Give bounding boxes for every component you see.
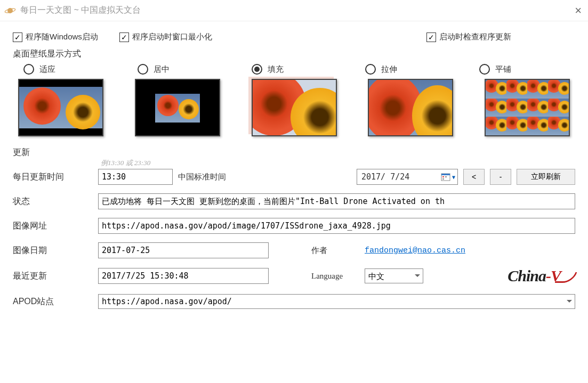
calendar-dropdown-icon: ▼ xyxy=(441,172,455,182)
window-title: 每日一天文图 ~ 中国虚拟天文台 xyxy=(20,5,141,16)
tz-label: 中国标准时间 xyxy=(178,172,226,182)
daily-label: 每日更新时间 xyxy=(13,172,93,183)
svg-rect-3 xyxy=(441,174,450,175)
time-hint: 例13:30 或 23:30 xyxy=(101,158,575,168)
radio-icon xyxy=(479,64,490,75)
thumbnail-row xyxy=(13,79,575,136)
imgdate-field[interactable] xyxy=(98,242,269,258)
lastupdate-field[interactable] xyxy=(98,268,269,284)
status-row: 状态 xyxy=(13,193,575,209)
radio-fill[interactable]: 填充 xyxy=(252,64,342,75)
startup-label: 程序随Windows启动 xyxy=(26,32,98,42)
thumb-fit[interactable] xyxy=(18,79,103,136)
daily-update-row: 每日更新时间 中国标准时间 2017/ 7/24 ▼ < - 立即刷新 xyxy=(13,169,575,185)
check-icon: ✓ xyxy=(119,32,129,42)
imgurl-field[interactable] xyxy=(98,218,575,234)
radio-stretch[interactable]: 拉伸 xyxy=(365,64,456,75)
imgurl-row: 图像网址 xyxy=(13,218,575,234)
checkupdate-label: 启动时检查程序更新 xyxy=(439,32,511,42)
check-icon: ✓ xyxy=(426,32,436,42)
date-value: 2017/ 7/24 xyxy=(361,172,409,182)
status-label: 状态 xyxy=(13,196,93,207)
minimize-label: 程序启动时窗口最小化 xyxy=(132,32,212,42)
lastupdate-row: 最近更新 Language 中文 China-V xyxy=(13,267,575,285)
refresh-button[interactable]: 立即刷新 xyxy=(517,169,575,185)
status-field[interactable] xyxy=(98,193,575,209)
apod-site-row: APOD站点 https://apod.nasa.gov/apod/ xyxy=(13,294,575,309)
imgurl-label: 图像网址 xyxy=(13,221,93,232)
language-label: Language xyxy=(311,272,359,281)
language-select[interactable]: 中文 xyxy=(365,268,423,283)
thumb-fill[interactable] xyxy=(252,79,337,136)
svg-rect-5 xyxy=(445,176,447,177)
author-label: 作者 xyxy=(311,246,359,256)
china-vo-logo: China-V xyxy=(508,267,575,285)
radio-icon xyxy=(23,64,34,75)
daily-time-input[interactable] xyxy=(98,169,173,185)
author-link[interactable]: fandongwei@nao.cas.cn xyxy=(365,246,465,255)
thumb-tile[interactable] xyxy=(485,79,570,136)
update-heading: 更新 xyxy=(13,147,575,158)
wallpaper-heading: 桌面壁纸显示方式 xyxy=(13,48,575,60)
radio-icon xyxy=(365,64,376,75)
imgdate-row: 图像日期 作者 fandongwei@nao.cas.cn xyxy=(13,242,575,258)
checkupdate-checkbox[interactable]: ✓ 启动时检查程序更新 xyxy=(426,32,511,42)
app-icon xyxy=(4,6,16,15)
radio-tile[interactable]: 平铺 xyxy=(479,64,570,75)
svg-rect-4 xyxy=(442,176,444,177)
checkbox-row: ✓ 程序随Windows启动 ✓ 程序启动时窗口最小化 ✓ 启动时检查程序更新 xyxy=(13,32,575,42)
minimize-checkbox[interactable]: ✓ 程序启动时窗口最小化 xyxy=(119,32,212,42)
prev-button[interactable]: < xyxy=(463,169,485,185)
wallpaper-radio-row: 适应 居中 填充 拉伸 平铺 xyxy=(13,64,575,75)
close-button[interactable]: × xyxy=(575,4,582,18)
thumb-center[interactable] xyxy=(135,79,220,136)
lastupdate-label: 最近更新 xyxy=(13,271,93,282)
radio-icon xyxy=(138,64,148,75)
radio-icon xyxy=(252,64,262,75)
radio-fit[interactable]: 适应 xyxy=(23,64,114,75)
date-picker[interactable]: 2017/ 7/24 ▼ xyxy=(357,169,458,185)
site-select[interactable]: https://apod.nasa.gov/apod/ xyxy=(98,294,575,309)
imgdate-label: 图像日期 xyxy=(13,245,93,256)
title-bar: 每日一天文图 ~ 中国虚拟天文台 × xyxy=(0,0,588,21)
startup-checkbox[interactable]: ✓ 程序随Windows启动 xyxy=(13,32,98,42)
site-label: APOD站点 xyxy=(13,296,93,307)
check-icon: ✓ xyxy=(13,32,22,42)
radio-center[interactable]: 居中 xyxy=(138,64,228,75)
minus-button[interactable]: - xyxy=(490,169,511,185)
content-area: ✓ 程序随Windows启动 ✓ 程序启动时窗口最小化 ✓ 启动时检查程序更新 … xyxy=(0,21,588,323)
thumb-stretch[interactable] xyxy=(368,79,453,136)
svg-rect-6 xyxy=(442,178,444,180)
